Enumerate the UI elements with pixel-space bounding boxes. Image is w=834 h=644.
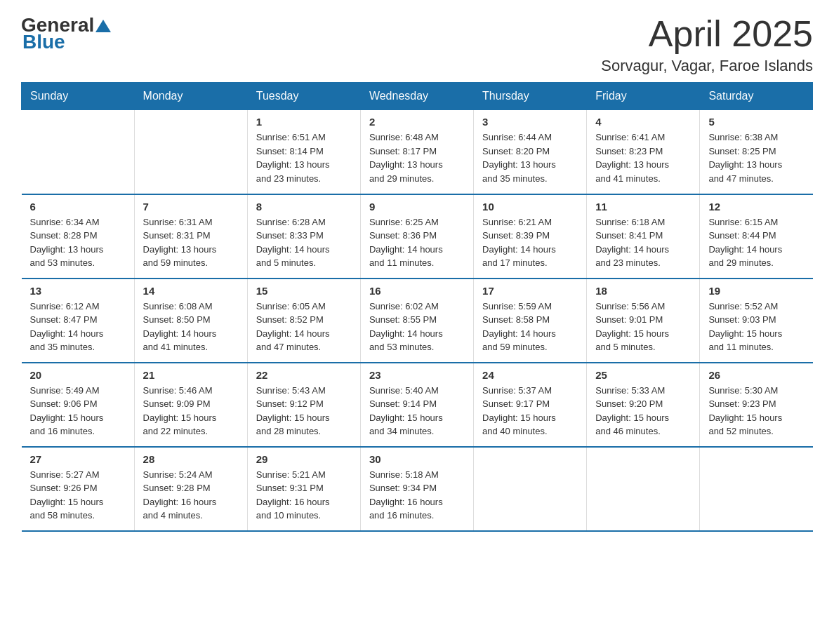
- day-sun-info: Sunrise: 6:15 AM Sunset: 8:44 PM Dayligh…: [708, 215, 804, 270]
- day-sun-info: Sunrise: 6:41 AM Sunset: 8:23 PM Dayligh…: [595, 130, 691, 185]
- day-sun-info: Sunrise: 6:44 AM Sunset: 8:20 PM Dayligh…: [482, 130, 578, 185]
- calendar-day-cell: 11Sunrise: 6:18 AM Sunset: 8:41 PM Dayli…: [587, 194, 700, 279]
- day-number: 25: [595, 369, 691, 381]
- day-number: 3: [482, 116, 578, 128]
- calendar-day-cell: 15Sunrise: 6:05 AM Sunset: 8:52 PM Dayli…: [247, 279, 360, 363]
- day-number: 4: [595, 116, 691, 128]
- day-number: 7: [143, 201, 239, 213]
- day-sun-info: Sunrise: 6:08 AM Sunset: 8:50 PM Dayligh…: [143, 300, 239, 354]
- day-sun-info: Sunrise: 6:31 AM Sunset: 8:31 PM Dayligh…: [143, 215, 239, 270]
- calendar-day-cell: [134, 110, 247, 194]
- day-number: 24: [482, 369, 578, 381]
- calendar-day-cell: 22Sunrise: 5:43 AM Sunset: 9:12 PM Dayli…: [247, 363, 360, 447]
- page-header: General Blue April 2025 Sorvagur, Vagar,…: [21, 14, 813, 75]
- calendar-day-cell: [587, 447, 700, 531]
- day-sun-info: Sunrise: 5:46 AM Sunset: 9:09 PM Dayligh…: [143, 384, 239, 438]
- day-sun-info: Sunrise: 6:34 AM Sunset: 8:28 PM Dayligh…: [30, 215, 126, 270]
- day-number: 26: [708, 369, 804, 381]
- day-number: 9: [369, 201, 465, 213]
- day-of-week-header: Sunday: [22, 83, 135, 110]
- calendar-day-cell: [700, 447, 813, 531]
- day-number: 23: [369, 369, 465, 381]
- day-sun-info: Sunrise: 5:21 AM Sunset: 9:31 PM Dayligh…: [256, 468, 352, 523]
- day-of-week-header: Saturday: [700, 83, 813, 110]
- svg-marker-0: [95, 20, 111, 32]
- calendar-day-cell: 13Sunrise: 6:12 AM Sunset: 8:47 PM Dayli…: [22, 279, 135, 363]
- day-sun-info: Sunrise: 5:59 AM Sunset: 8:58 PM Dayligh…: [482, 300, 578, 354]
- calendar-day-cell: 16Sunrise: 6:02 AM Sunset: 8:55 PM Dayli…: [360, 279, 473, 363]
- day-number: 17: [482, 285, 578, 297]
- month-title: April 2025: [601, 14, 813, 54]
- day-sun-info: Sunrise: 6:21 AM Sunset: 8:39 PM Dayligh…: [482, 215, 578, 270]
- day-number: 20: [30, 369, 126, 381]
- day-number: 1: [256, 116, 352, 128]
- day-sun-info: Sunrise: 5:43 AM Sunset: 9:12 PM Dayligh…: [256, 384, 352, 438]
- day-sun-info: Sunrise: 6:51 AM Sunset: 8:14 PM Dayligh…: [256, 130, 352, 185]
- day-sun-info: Sunrise: 6:28 AM Sunset: 8:33 PM Dayligh…: [256, 215, 352, 270]
- calendar-day-cell: 18Sunrise: 5:56 AM Sunset: 9:01 PM Dayli…: [587, 279, 700, 363]
- day-number: 22: [256, 369, 352, 381]
- calendar-day-cell: 7Sunrise: 6:31 AM Sunset: 8:31 PM Daylig…: [134, 194, 247, 279]
- calendar-day-cell: 25Sunrise: 5:33 AM Sunset: 9:20 PM Dayli…: [587, 363, 700, 447]
- calendar-day-cell: 8Sunrise: 6:28 AM Sunset: 8:33 PM Daylig…: [247, 194, 360, 279]
- day-number: 16: [369, 285, 465, 297]
- calendar-week-row: 1Sunrise: 6:51 AM Sunset: 8:14 PM Daylig…: [22, 110, 813, 194]
- logo: General Blue: [21, 14, 111, 53]
- calendar-day-cell: 10Sunrise: 6:21 AM Sunset: 8:39 PM Dayli…: [474, 194, 587, 279]
- day-number: 2: [369, 116, 465, 128]
- day-sun-info: Sunrise: 5:30 AM Sunset: 9:23 PM Dayligh…: [708, 384, 804, 438]
- title-section: April 2025 Sorvagur, Vagar, Faroe Island…: [601, 14, 813, 75]
- calendar-day-cell: 12Sunrise: 6:15 AM Sunset: 8:44 PM Dayli…: [700, 194, 813, 279]
- day-of-week-header: Monday: [134, 83, 247, 110]
- day-number: 10: [482, 201, 578, 213]
- calendar-day-cell: 21Sunrise: 5:46 AM Sunset: 9:09 PM Dayli…: [134, 363, 247, 447]
- day-number: 12: [708, 201, 804, 213]
- calendar-day-cell: 20Sunrise: 5:49 AM Sunset: 9:06 PM Dayli…: [22, 363, 135, 447]
- calendar-header-row: SundayMondayTuesdayWednesdayThursdayFrid…: [22, 83, 813, 110]
- day-sun-info: Sunrise: 5:33 AM Sunset: 9:20 PM Dayligh…: [595, 384, 691, 438]
- day-sun-info: Sunrise: 6:05 AM Sunset: 8:52 PM Dayligh…: [256, 300, 352, 354]
- calendar-day-cell: 30Sunrise: 5:18 AM Sunset: 9:34 PM Dayli…: [360, 447, 473, 531]
- calendar-day-cell: [22, 110, 135, 194]
- calendar-day-cell: 26Sunrise: 5:30 AM Sunset: 9:23 PM Dayli…: [700, 363, 813, 447]
- day-sun-info: Sunrise: 6:25 AM Sunset: 8:36 PM Dayligh…: [369, 215, 465, 270]
- day-number: 27: [30, 453, 126, 465]
- calendar-day-cell: 4Sunrise: 6:41 AM Sunset: 8:23 PM Daylig…: [587, 110, 700, 194]
- calendar-day-cell: 28Sunrise: 5:24 AM Sunset: 9:28 PM Dayli…: [134, 447, 247, 531]
- day-number: 18: [595, 285, 691, 297]
- calendar-day-cell: 29Sunrise: 5:21 AM Sunset: 9:31 PM Dayli…: [247, 447, 360, 531]
- calendar-day-cell: 1Sunrise: 6:51 AM Sunset: 8:14 PM Daylig…: [247, 110, 360, 194]
- calendar-day-cell: 19Sunrise: 5:52 AM Sunset: 9:03 PM Dayli…: [700, 279, 813, 363]
- day-of-week-header: Tuesday: [247, 83, 360, 110]
- day-number: 11: [595, 201, 691, 213]
- day-number: 19: [708, 285, 804, 297]
- calendar-day-cell: 9Sunrise: 6:25 AM Sunset: 8:36 PM Daylig…: [360, 194, 473, 279]
- day-number: 8: [256, 201, 352, 213]
- day-sun-info: Sunrise: 6:12 AM Sunset: 8:47 PM Dayligh…: [30, 300, 126, 354]
- day-of-week-header: Wednesday: [360, 83, 473, 110]
- day-sun-info: Sunrise: 6:48 AM Sunset: 8:17 PM Dayligh…: [369, 130, 465, 185]
- day-number: 30: [369, 453, 465, 465]
- calendar-day-cell: 2Sunrise: 6:48 AM Sunset: 8:17 PM Daylig…: [360, 110, 473, 194]
- calendar-week-row: 27Sunrise: 5:27 AM Sunset: 9:26 PM Dayli…: [22, 447, 813, 531]
- logo-triangle-icon: [95, 18, 111, 34]
- calendar-week-row: 13Sunrise: 6:12 AM Sunset: 8:47 PM Dayli…: [22, 279, 813, 363]
- day-sun-info: Sunrise: 5:56 AM Sunset: 9:01 PM Dayligh…: [595, 300, 691, 354]
- calendar-table: SundayMondayTuesdayWednesdayThursdayFrid…: [21, 82, 813, 532]
- day-number: 5: [708, 116, 804, 128]
- day-sun-info: Sunrise: 5:49 AM Sunset: 9:06 PM Dayligh…: [30, 384, 126, 438]
- day-of-week-header: Thursday: [474, 83, 587, 110]
- location-subtitle: Sorvagur, Vagar, Faroe Islands: [601, 57, 813, 75]
- calendar-day-cell: 17Sunrise: 5:59 AM Sunset: 8:58 PM Dayli…: [474, 279, 587, 363]
- day-sun-info: Sunrise: 5:52 AM Sunset: 9:03 PM Dayligh…: [708, 300, 804, 354]
- day-sun-info: Sunrise: 5:18 AM Sunset: 9:34 PM Dayligh…: [369, 468, 465, 523]
- day-number: 15: [256, 285, 352, 297]
- calendar-day-cell: 24Sunrise: 5:37 AM Sunset: 9:17 PM Dayli…: [474, 363, 587, 447]
- day-sun-info: Sunrise: 6:18 AM Sunset: 8:41 PM Dayligh…: [595, 215, 691, 270]
- calendar-day-cell: 27Sunrise: 5:27 AM Sunset: 9:26 PM Dayli…: [22, 447, 135, 531]
- calendar-week-row: 6Sunrise: 6:34 AM Sunset: 8:28 PM Daylig…: [22, 194, 813, 279]
- calendar-day-cell: 5Sunrise: 6:38 AM Sunset: 8:25 PM Daylig…: [700, 110, 813, 194]
- day-sun-info: Sunrise: 5:37 AM Sunset: 9:17 PM Dayligh…: [482, 384, 578, 438]
- day-sun-info: Sunrise: 6:38 AM Sunset: 8:25 PM Dayligh…: [708, 130, 804, 185]
- calendar-day-cell: 23Sunrise: 5:40 AM Sunset: 9:14 PM Dayli…: [360, 363, 473, 447]
